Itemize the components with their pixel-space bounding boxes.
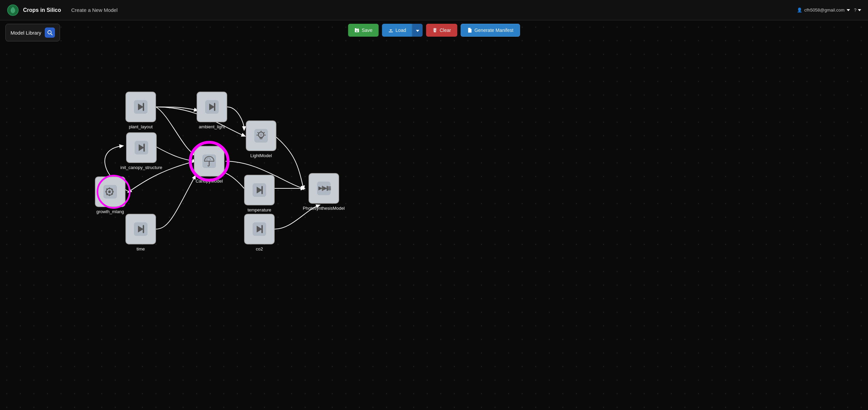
user-email: cfh5058@gmail.com bbox=[804, 7, 845, 13]
node-init-canopy-structure-box bbox=[126, 132, 157, 163]
load-dropdown-button[interactable] bbox=[412, 24, 423, 37]
input-arrow-icon bbox=[133, 139, 150, 156]
help-chevron bbox=[858, 9, 861, 11]
node-light-model-box bbox=[246, 120, 276, 151]
node-ambient-light[interactable]: ambient_light bbox=[197, 92, 227, 129]
user-menu-chevron bbox=[847, 9, 850, 11]
node-co2-label: co2 bbox=[256, 246, 263, 251]
app-title: Crops in Silico bbox=[23, 7, 61, 13]
node-ambient-light-box bbox=[197, 92, 227, 122]
node-plant-layout[interactable]: plant_layout bbox=[125, 92, 156, 129]
node-time-label: time bbox=[137, 246, 145, 251]
umbrella-icon bbox=[201, 153, 217, 169]
load-icon bbox=[388, 27, 394, 33]
load-dropdown-chevron bbox=[416, 30, 419, 32]
node-growth-mlang-label: growth_mlang bbox=[96, 209, 124, 214]
model-library-panel: Model Library bbox=[5, 24, 60, 41]
node-canopy-model[interactable]: CanopyModel bbox=[194, 146, 224, 184]
node-canopy-model-box bbox=[194, 146, 224, 176]
node-temperature[interactable]: temperature bbox=[244, 175, 275, 212]
trash-icon bbox=[432, 27, 438, 33]
node-co2[interactable]: co2 bbox=[244, 214, 275, 251]
clear-button[interactable]: Clear bbox=[426, 24, 457, 37]
node-light-model[interactable]: LightModel bbox=[246, 120, 276, 158]
input-arrow-icon bbox=[251, 221, 268, 237]
node-temperature-box bbox=[244, 175, 275, 205]
document-icon bbox=[467, 27, 472, 33]
svg-point-14 bbox=[260, 133, 262, 136]
model-library-title: Model Library bbox=[11, 30, 41, 36]
help-label: ? bbox=[854, 7, 856, 13]
node-plant-layout-box bbox=[125, 92, 156, 122]
node-ambient-light-label: ambient_light bbox=[199, 124, 225, 129]
svg-text:2: 2 bbox=[108, 190, 110, 193]
user-icon: 👤 bbox=[797, 7, 802, 13]
toolbar: Save Load Clear Generate Manifest bbox=[348, 24, 520, 37]
input-arrow-icon bbox=[251, 182, 268, 198]
model-library-search-button[interactable] bbox=[45, 27, 55, 38]
lightbulb-icon bbox=[253, 128, 269, 144]
node-plant-layout-label: plant_layout bbox=[129, 124, 153, 129]
canvas[interactable]: plant_layout ambient_light init_canopy_s… bbox=[0, 20, 868, 410]
input-arrow-icon bbox=[204, 99, 220, 115]
input-arrow-icon bbox=[133, 99, 149, 115]
growth-model-icon: 2 bbox=[102, 184, 118, 200]
node-photosynthesis-model-box bbox=[309, 173, 339, 204]
canopy-model-ring bbox=[190, 142, 229, 181]
double-arrow-icon bbox=[316, 180, 332, 197]
node-growth-mlang[interactable]: 2 growth_mlang bbox=[95, 176, 125, 214]
node-temperature-label: temperature bbox=[248, 207, 271, 212]
nav-right: 👤 cfh5058@gmail.com ? bbox=[797, 7, 861, 13]
load-button-group: Load bbox=[382, 24, 423, 37]
node-growth-mlang-box: 2 bbox=[95, 176, 125, 207]
save-button[interactable]: Save bbox=[348, 24, 379, 37]
help-menu[interactable]: ? bbox=[854, 7, 861, 13]
node-light-model-label: LightModel bbox=[250, 153, 272, 158]
node-photosynthesis-model[interactable]: PhotosynthesisModel bbox=[303, 173, 345, 211]
svg-point-17 bbox=[207, 158, 210, 161]
input-arrow-icon bbox=[133, 221, 149, 237]
node-photosynthesis-model-label: PhotosynthesisModel bbox=[303, 206, 345, 211]
svg-line-2 bbox=[51, 34, 52, 35]
node-init-canopy-structure[interactable]: init_canopy_structure bbox=[120, 132, 162, 170]
top-navigation: Crops in Silico Create a New Model 👤 cfh… bbox=[0, 0, 868, 20]
app-logo bbox=[7, 4, 19, 16]
save-icon bbox=[354, 27, 360, 33]
load-button[interactable]: Load bbox=[382, 24, 412, 37]
generate-manifest-button[interactable]: Generate Manifest bbox=[460, 24, 520, 37]
search-icon bbox=[47, 30, 53, 35]
node-time-box bbox=[125, 214, 156, 244]
node-time[interactable]: time bbox=[125, 214, 156, 251]
node-co2-box bbox=[244, 214, 275, 244]
page-title: Create a New Model bbox=[71, 7, 118, 13]
user-menu[interactable]: 👤 cfh5058@gmail.com bbox=[797, 7, 850, 13]
svg-rect-15 bbox=[202, 154, 216, 168]
node-init-canopy-structure-label: init_canopy_structure bbox=[120, 165, 162, 170]
